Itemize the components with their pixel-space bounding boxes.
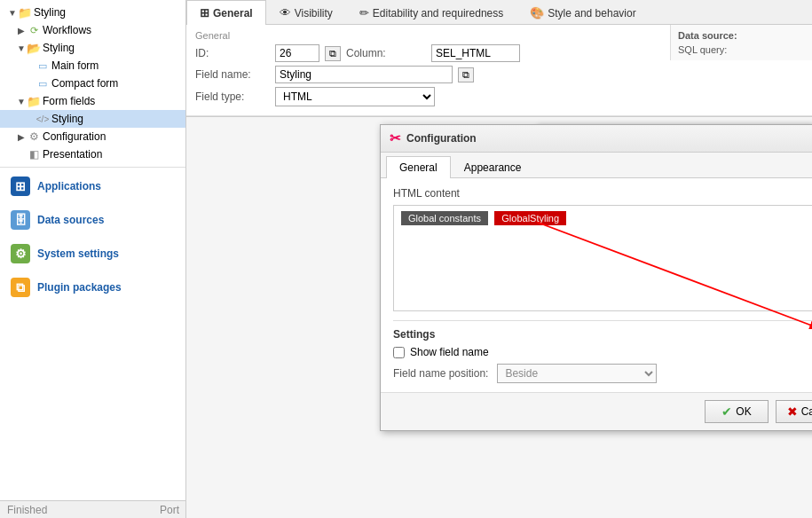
svg-line-1 bbox=[537, 223, 812, 330]
workflow-icon: ⟳ bbox=[27, 23, 41, 37]
sidebar-item-applications[interactable]: ⊞ Applications bbox=[0, 169, 185, 203]
config-dialog: ✂ Configuration _ ✕ General Appearance H… bbox=[380, 124, 812, 431]
tree-label: Styling bbox=[51, 113, 83, 125]
tab-editability-label: Editability and requiredness bbox=[373, 7, 503, 20]
tab-general-label: General bbox=[213, 7, 253, 20]
tab-style[interactable]: 🎨 Style and behavior bbox=[516, 0, 649, 25]
html-editor[interactable]: Global constants GlobalStyling bbox=[393, 205, 812, 311]
sidebar-item-plugin-packages[interactable]: ⧉ Plugin packages bbox=[0, 271, 185, 304]
dialog-tab-appearance-label: Appearance bbox=[464, 161, 522, 174]
sidebar-section-label: Plugin packages bbox=[37, 281, 122, 294]
dialog-title-icon: ✂ bbox=[390, 130, 401, 146]
tree-label: Configuration bbox=[43, 130, 106, 143]
settings-section: Settings Show field name Field name posi… bbox=[393, 320, 812, 383]
tree-item-presentation[interactable]: ◧ Presentation bbox=[0, 145, 185, 163]
expand-icon[interactable]: ▶ bbox=[16, 132, 27, 142]
tab-style-label: Style and behavior bbox=[548, 7, 635, 20]
tree-item-form-fields[interactable]: ▼ 📁 Form fields bbox=[0, 92, 185, 110]
expand-icon[interactable]: ▼ bbox=[7, 8, 18, 18]
expand-icon bbox=[25, 79, 35, 89]
sidebar-sections: ⊞ Applications 🗄 Data sources ⚙ System s… bbox=[0, 167, 185, 306]
fieldtype-label: Field type: bbox=[195, 90, 275, 103]
expand-icon[interactable]: ▼ bbox=[16, 97, 27, 106]
property-panel: ⊞ General 👁 Visibility ✏ Editability and… bbox=[186, 0, 812, 117]
dialog-tab-general-label: General bbox=[399, 161, 438, 174]
cancel-button[interactable]: ✖ Cancel bbox=[776, 400, 812, 423]
tree-label: Compact form bbox=[51, 77, 118, 90]
dialog-tab-general[interactable]: General bbox=[386, 156, 451, 178]
sidebar-item-system-settings[interactable]: ⚙ System settings bbox=[0, 237, 185, 271]
fieldtype-select[interactable]: HTML bbox=[275, 87, 435, 106]
global-styling-button[interactable]: GlobalStyling bbox=[494, 211, 566, 225]
tree-label: Presentation bbox=[43, 148, 102, 161]
expand-icon bbox=[25, 114, 35, 124]
tree-item-styling-child[interactable]: ▼ 📂 Styling bbox=[0, 39, 185, 57]
sysset-icon: ⚙ bbox=[11, 244, 30, 263]
column-input[interactable] bbox=[431, 44, 520, 62]
sql-label: SQL query: bbox=[678, 44, 805, 55]
id-label: ID: bbox=[195, 47, 275, 59]
folder-icon: 📁 bbox=[27, 94, 41, 108]
tree-item-main-form[interactable]: ▭ Main form bbox=[0, 57, 185, 75]
dialog-title-label: Configuration bbox=[406, 132, 477, 145]
main-content: ⊞ General 👁 Visibility ✏ Editability and… bbox=[186, 0, 812, 518]
id-input[interactable] bbox=[275, 44, 319, 62]
folder-open-icon: 📂 bbox=[27, 41, 41, 55]
global-constants-button[interactable]: Global constants bbox=[401, 211, 488, 225]
fieldtype-value-group: HTML bbox=[275, 87, 803, 106]
expand-icon bbox=[25, 61, 35, 71]
status-bar: Finished Port bbox=[0, 500, 186, 518]
config-icon: ⚙ bbox=[27, 130, 41, 144]
dialog-tab-appearance[interactable]: Appearance bbox=[451, 156, 535, 178]
field-pos-label: Field name position: bbox=[393, 367, 488, 380]
dialog-tabs: General Appearance bbox=[381, 153, 812, 178]
fieldname-value-group: ⧉ bbox=[275, 66, 803, 83]
dialog-titlebar: ✂ Configuration _ ✕ bbox=[381, 125, 812, 153]
settings-label: Settings bbox=[393, 328, 812, 341]
field-pos-select[interactable]: Beside bbox=[497, 364, 657, 383]
dialog-title: ✂ Configuration bbox=[390, 130, 477, 146]
page-icon: ▭ bbox=[35, 76, 50, 90]
tab-visibility-label: Visibility bbox=[295, 7, 333, 20]
check-icon: ✔ bbox=[721, 404, 732, 419]
datasource-title: Data source: bbox=[678, 30, 805, 41]
tab-editability[interactable]: ✏ Editability and requiredness bbox=[346, 0, 516, 25]
style-tab-icon: 🎨 bbox=[530, 6, 544, 20]
datasrc-icon: 🗄 bbox=[11, 210, 30, 230]
sidebar: ▼ 📁 Styling ▶ ⟳ Workflows ▼ 📂 Styling ▭ … bbox=[0, 0, 186, 518]
fieldname-copy-button[interactable]: ⧉ bbox=[458, 67, 474, 82]
general-section: General ID: ⧉ Column: Field name: ⧉ Fiel… bbox=[186, 25, 812, 116]
fieldname-input[interactable] bbox=[275, 66, 453, 83]
expand-icon[interactable]: ▼ bbox=[16, 43, 27, 53]
tab-general[interactable]: ⊞ General bbox=[186, 0, 266, 25]
sidebar-section-label: Applications bbox=[37, 180, 101, 192]
tree-label: Main form bbox=[51, 59, 99, 72]
plugins-icon: ⧉ bbox=[11, 278, 30, 297]
sidebar-section-label: Data sources bbox=[37, 214, 104, 226]
show-field-name-checkbox[interactable] bbox=[393, 347, 405, 358]
tree-item-workflows[interactable]: ▶ ⟳ Workflows bbox=[0, 21, 185, 39]
datasource-panel: Data source: SQL query: bbox=[670, 25, 812, 60]
tree-item-compact-form[interactable]: ▭ Compact form bbox=[0, 75, 185, 92]
show-field-name-row: Show field name bbox=[393, 346, 812, 358]
ok-button[interactable]: ✔ OK bbox=[705, 400, 768, 423]
dialog-body: HTML content Global constants GlobalStyl… bbox=[381, 178, 812, 392]
expand-icon bbox=[16, 150, 27, 160]
present-icon: ◧ bbox=[27, 147, 41, 161]
status-port: Port bbox=[160, 504, 179, 516]
tree-item-styling-field[interactable]: </> Styling bbox=[0, 110, 185, 128]
tree-panel: ▼ 📁 Styling ▶ ⟳ Workflows ▼ 📂 Styling ▭ … bbox=[0, 0, 185, 167]
copy-button[interactable]: ⧉ bbox=[325, 46, 341, 61]
sidebar-item-data-sources[interactable]: 🗄 Data sources bbox=[0, 203, 185, 237]
tree-item-styling-root[interactable]: ▼ 📁 Styling bbox=[0, 4, 185, 21]
expand-icon[interactable]: ▶ bbox=[16, 26, 27, 35]
tree-label: Styling bbox=[34, 6, 66, 19]
editability-tab-icon: ✏ bbox=[359, 6, 369, 20]
sidebar-section-label: System settings bbox=[37, 247, 119, 260]
tab-visibility[interactable]: 👁 Visibility bbox=[266, 0, 346, 25]
tree-label: Workflows bbox=[43, 24, 91, 36]
tree-item-configuration[interactable]: ▶ ⚙ Configuration bbox=[0, 128, 185, 145]
status-finished: Finished bbox=[7, 504, 47, 516]
column-label: Column: bbox=[346, 47, 426, 59]
show-field-name-label: Show field name bbox=[410, 346, 489, 358]
